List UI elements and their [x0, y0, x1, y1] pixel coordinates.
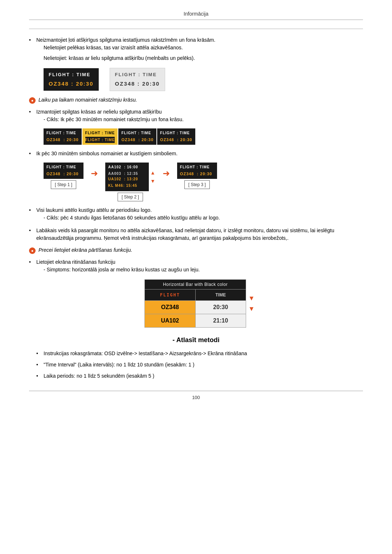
tip-text-2: Precei lietojiet ekrāna pārtīšanas funkc…	[38, 247, 132, 253]
tip-text-1: Laiku pa laikam nomainiet rakstzīmju krā…	[38, 97, 137, 103]
hbar-col1-hdr: FLIGHT	[145, 290, 196, 300]
hbar-r2c2: 21:10	[196, 314, 246, 327]
cycle-boards: FLIGHT : TIME OZ348 : 20:30 FLIGHT : TIM…	[44, 128, 363, 145]
hbar-r2c1: UA102	[145, 314, 196, 327]
hbar-col2-hdr: TIME	[196, 290, 246, 300]
scroll-arrows: ▲ ▼	[150, 169, 155, 185]
bullet-3: Ik pēc 30 minūtēm simbolus nomainiet ar …	[29, 150, 363, 201]
down-arrow-1: ▼	[248, 294, 255, 303]
header-title: Informācija	[184, 11, 208, 17]
flight-board-light: FLIGHT : TIME OZ348 : 20:30	[110, 68, 166, 91]
step-1-block: FLIGHT : TIME OZ348 : 20:30 [ Step 1 ]	[44, 163, 83, 189]
step-1-label: [ Step 1 ]	[51, 180, 76, 189]
hbar-area: Horizontal Bar with Black color FLIGHT T…	[36, 279, 363, 328]
atlasit-b3: Laika periods: no 1 līdz 5 sekundēm (ies…	[36, 372, 363, 380]
tip-1: ● Laiku pa laikam nomainiet rakstzīmju k…	[29, 97, 363, 104]
hbar-header: Horizontal Bar with Black color	[145, 280, 246, 289]
board-light-row1: FLIGHT : TIME	[115, 71, 160, 78]
step-3-block: FLIGHT : TIME OZ348 : 20:30 [ Step 3 ]	[177, 163, 217, 189]
arrow-1: ➜	[91, 167, 98, 180]
atlasit-heading: - Atlasīt metodi	[29, 336, 363, 344]
cycle-board-1: FLIGHT : TIME OZ348 : 20:30	[44, 128, 82, 145]
cycle-board-3: FLIGHT : TIME OZ348 : 20:30	[118, 128, 156, 145]
main-list: Neizmantojiet ļoti atšķirīgus spilgtuma …	[29, 36, 363, 91]
cycle-board-4: FLIGHT : TIME OZ348 : 20:30	[157, 128, 195, 145]
bullet-2: Izmantojiet spilgtas krāsas ar nelielu s…	[29, 108, 363, 145]
main-list-2: Izmantojiet spilgtas krāsas ar nelielu s…	[29, 108, 363, 242]
page-container: Informācija Neizmantojiet ļoti atšķirīgu…	[22, 0, 370, 415]
tip-icon-1: ●	[29, 97, 36, 104]
atlasit-b1: Instrukcijas rokasgrāmata: OSD izvēlne->…	[36, 350, 363, 357]
tip-2: ● Precei lietojiet ekrāna pārtīšanas fun…	[29, 247, 363, 254]
hbar-r1c2: 20:30	[196, 301, 246, 314]
main-list-3: Lietojiet ekrāna ritināšanas funkciju - …	[29, 258, 363, 328]
sub-text-4: - Cikls: pēc 4 stundu ilgas lietošanas 6…	[36, 214, 363, 222]
flight-board-dark: FLIGHT : TIME OZ348 : 20:30	[44, 68, 99, 91]
header-divider	[29, 29, 363, 29]
comparison-boards: FLIGHT : TIME OZ348 : 20:30 FLIGHT : TIM…	[44, 68, 363, 91]
page-header: Informācija	[29, 11, 363, 20]
step-2-block: AA102 : 16:00 AA003 : 12:35 UA102 : 13:2…	[105, 163, 155, 201]
down-arrows: ▼ ▼	[248, 294, 255, 314]
arrow-2: ➜	[163, 167, 170, 180]
step-2-label: [ Step 2 ]	[118, 193, 143, 201]
sub-text-1: Nelietojiet pelēkas krāsas, tas var izra…	[36, 44, 363, 52]
board-dark-row1: FLIGHT : TIME	[49, 71, 94, 78]
bullet-1: Neizmantojiet ļoti atšķirīgus spilgtuma …	[29, 36, 363, 91]
down-arrow-2: ▼	[248, 304, 255, 314]
tip-icon-2: ●	[29, 247, 36, 254]
page-footer: 100	[29, 391, 363, 400]
bullet-5: Labākais veids kā pasargāt monitoru no a…	[29, 227, 363, 242]
cycle-board-2: FLIGHT : TIME FLIGHT : TIME	[82, 128, 118, 145]
sub-text-2: Nelietojiet: krāsas ar lielu spilgtuma a…	[36, 54, 363, 62]
step-area: FLIGHT : TIME OZ348 : 20:30 [ Step 1 ] ➜…	[44, 163, 363, 201]
hbar-board: Horizontal Bar with Black color FLIGHT T…	[144, 279, 246, 328]
sub-text-5: - Simptoms: horizontālā josla ar melno k…	[36, 266, 363, 274]
atlasit-list: Instrukcijas rokasgrāmata: OSD izvēlne->…	[29, 350, 363, 380]
bullet-4: Visi laukumi attēlo kustīgu attēlu ar pe…	[29, 206, 363, 222]
hbar-col-headers: FLIGHT TIME	[145, 289, 246, 300]
bullet-6: Lietojiet ekrāna ritināšanas funkciju - …	[29, 258, 363, 328]
board-dark-row2: OZ348 : 20:30	[49, 80, 94, 88]
hbar-row-1: OZ348 20:30	[145, 300, 246, 314]
atlasit-b2: "Time Interval" (Laika intervāls): no 1 …	[36, 361, 363, 369]
hbar-row-2: UA102 21:10	[145, 314, 246, 327]
sub-text-3: - Cikls: Ik pēc 30 minūtēm nomainiet rak…	[36, 116, 363, 123]
page-number: 100	[192, 395, 200, 400]
board-light-row2: OZ348 : 20:30	[115, 80, 160, 88]
hbar-r1c1: OZ348	[145, 301, 196, 314]
hbar-with-arrows: Horizontal Bar with Black color FLIGHT T…	[144, 279, 255, 328]
step-3-label: [ Step 3 ]	[184, 180, 210, 189]
